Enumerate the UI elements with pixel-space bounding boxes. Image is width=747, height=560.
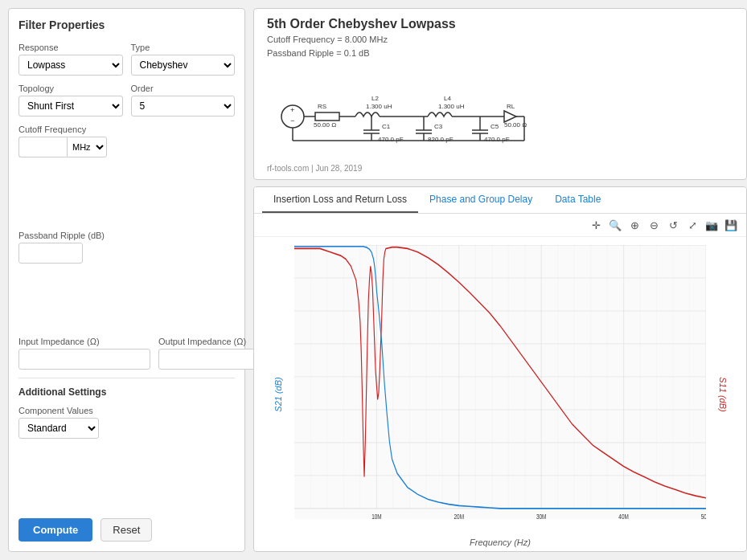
svg-text:C1: C1	[382, 123, 391, 130]
right-panel: 5th Order Chebyshev Lowpass Cutoff Frequ…	[253, 8, 747, 552]
svg-text:470.0 pF: 470.0 pF	[484, 136, 510, 143]
svg-text:30M: 30M	[536, 513, 546, 519]
schematic-area: + − RS 50.00 Ω L2 1.300 uH C1	[267, 64, 733, 161]
svg-text:50.00 Ω: 50.00 Ω	[314, 121, 336, 129]
chart-toolbar: ✛ 🔍 ⊕ ⊖ ↺ ⤢ 📷 💾	[254, 214, 746, 237]
y-axis-left-label: S21 (dB)	[273, 377, 283, 411]
svg-text:1.300 uH: 1.300 uH	[366, 103, 392, 110]
input-impedance-label: Input Impedance (Ω)	[18, 337, 150, 346]
component-values-group: Component Values Standard E12E24E48E96	[18, 406, 235, 504]
chart-svg: 0 -10 -20 -30 -40 -50 -60 -70 -80 0 -5 -…	[294, 245, 706, 519]
svg-rect-4	[315, 112, 339, 121]
chart-panel: Insertion Loss and Return Loss Phase and…	[253, 186, 747, 552]
reset-button[interactable]: Reset	[101, 518, 152, 542]
cutoff-frequency-label: Cutoff Frequency	[18, 125, 235, 134]
topology-select[interactable]: Shunt First Series First	[18, 96, 123, 116]
tab-phase-group-delay[interactable]: Phase and Group Delay	[418, 187, 544, 213]
svg-text:40M: 40M	[618, 513, 628, 519]
input-impedance-input[interactable]: 50	[18, 349, 150, 370]
schematic-param1: Cutoff Frequency = 8.000 MHz	[267, 33, 733, 47]
svg-text:20M: 20M	[454, 513, 464, 519]
svg-text:+: +	[290, 106, 294, 114]
svg-text:−: −	[290, 116, 294, 125]
chart-container: S21 (dB) S11 (dB) Frequency (Hz)	[254, 237, 746, 551]
schematic-svg: + − RS 50.00 Ω L2 1.300 uH C1	[267, 64, 733, 153]
order-select[interactable]: 1234 567 8910	[131, 96, 236, 116]
svg-marker-40	[504, 111, 516, 122]
schematic-box: 5th Order Chebyshev Lowpass Cutoff Frequ…	[253, 8, 747, 180]
svg-text:RS: RS	[318, 103, 326, 110]
response-select[interactable]: Lowpass Highpass Bandpass Bandstop	[18, 55, 123, 76]
zoom-icon[interactable]: 🔍	[606, 216, 624, 234]
svg-text:820.0 pF: 820.0 pF	[428, 136, 454, 143]
order-group: Order 1234 567 8910	[131, 84, 236, 116]
svg-text:50.00 Ω: 50.00 Ω	[504, 121, 527, 129]
component-values-label: Component Values	[18, 406, 235, 415]
cutoff-frequency-unit-select[interactable]: HzkHzMHzGHz	[67, 137, 107, 157]
topology-group: Topology Shunt First Series First	[18, 84, 123, 116]
camera-icon[interactable]: 📷	[703, 216, 720, 234]
divider	[18, 378, 235, 378]
y-axis-right-label: S11 (dB)	[717, 377, 727, 411]
filter-properties-panel: Filter Properties Response Lowpass Highp…	[8, 8, 245, 552]
response-label: Response	[18, 43, 123, 52]
cutoff-frequency-group: Cutoff Frequency 8.0 HzkHzMHzGHz	[18, 125, 235, 223]
zoom-in-icon[interactable]: ⊕	[626, 216, 643, 234]
svg-text:470.0 pF: 470.0 pF	[378, 136, 404, 143]
svg-text:L4: L4	[444, 95, 451, 102]
input-impedance-group: Input Impedance (Ω) 50	[18, 337, 150, 370]
passband-ripple-label: Passband Ripple (dB)	[18, 231, 235, 240]
svg-rect-44	[294, 245, 706, 519]
svg-text:RL: RL	[507, 103, 515, 110]
component-values-select[interactable]: Standard E12E24E48E96	[18, 418, 99, 439]
response-group: Response Lowpass Highpass Bandpass Bands…	[18, 43, 123, 76]
svg-text:1.300 uH: 1.300 uH	[438, 103, 465, 110]
x-axis-label: Frequency (Hz)	[470, 538, 531, 547]
svg-text:10M: 10M	[371, 513, 381, 519]
compute-button[interactable]: Compute	[18, 518, 92, 542]
tab-insertion-loss[interactable]: Insertion Loss and Return Loss	[262, 187, 418, 213]
reset-zoom-icon[interactable]: ↺	[664, 216, 682, 234]
type-select[interactable]: Chebyshev Butterworth Bessel	[131, 55, 236, 76]
svg-text:L2: L2	[371, 95, 379, 102]
tab-data-table[interactable]: Data Table	[544, 187, 612, 213]
passband-ripple-group: Passband Ripple (dB) 0.10	[18, 231, 235, 329]
svg-text:C5: C5	[490, 123, 499, 130]
panel-title: Filter Properties	[18, 18, 235, 31]
save-icon[interactable]: 💾	[722, 216, 740, 234]
schematic-param2: Passband Ripple = 0.1 dB	[267, 47, 733, 60]
pan-icon[interactable]: ✛	[587, 216, 605, 234]
type-label: Type	[131, 43, 236, 52]
type-group: Type Chebyshev Butterworth Bessel	[131, 43, 236, 76]
fit-icon[interactable]: ⤢	[683, 216, 701, 234]
schematic-footer: rf-tools.com | Jun 28, 2019	[267, 164, 733, 173]
svg-text:C3: C3	[434, 123, 443, 130]
passband-ripple-input[interactable]: 0.10	[18, 243, 83, 264]
cutoff-frequency-input[interactable]: 8.0	[18, 137, 67, 157]
schematic-title: 5th Order Chebyshev Lowpass	[267, 17, 733, 31]
zoom-out-icon[interactable]: ⊖	[645, 216, 663, 234]
tabs: Insertion Loss and Return Loss Phase and…	[254, 187, 746, 214]
additional-settings-label: Additional Settings	[18, 386, 235, 398]
topology-label: Topology	[18, 84, 123, 93]
order-label: Order	[131, 84, 236, 93]
svg-text:50M: 50M	[701, 513, 706, 519]
